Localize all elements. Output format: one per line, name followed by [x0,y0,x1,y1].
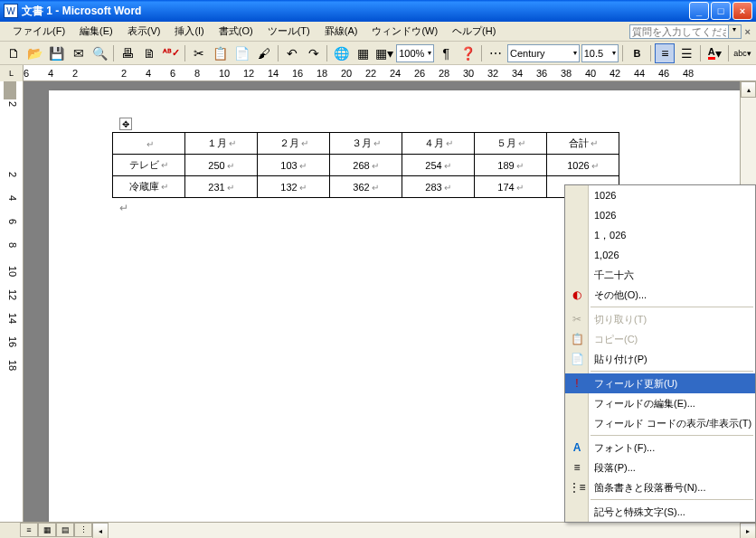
ctx-other[interactable]: ◐その他(O)... [565,285,755,305]
preview-icon[interactable]: 🗎 [139,43,159,63]
new-doc-icon[interactable]: 🗋 [4,43,24,63]
close-button[interactable]: × [732,2,752,20]
help-input[interactable] [629,24,729,39]
email-icon[interactable]: ✉ [69,43,89,63]
hyperlink-icon[interactable]: 🌐 [331,43,351,63]
print-view-icon[interactable]: ▤ [56,523,74,537]
horizontal-ruler[interactable]: 6422468101214161820222426283032343638404… [24,65,756,80]
menu-window[interactable]: ウィンドウ(W) [364,23,445,40]
menu-format[interactable]: 書式(O) [212,23,260,40]
font-combo[interactable]: Century▾ [507,44,580,62]
table-cell[interactable]: 283↵ [402,176,475,198]
horizontal-scrollbar[interactable]: ◂ ▸ [92,523,756,538]
table-cell[interactable]: ４月↵ [402,133,475,155]
open-icon[interactable]: 📂 [25,43,45,63]
separator [113,45,114,61]
table-cell[interactable]: 250↵ [185,155,258,176]
separator [591,435,753,436]
show-marks-icon[interactable]: ¶ [436,43,456,63]
spellcheck-icon[interactable]: ᴬᴮ✓ [161,43,181,63]
vertical-ruler[interactable]: 224681012141618 [0,81,24,522]
separator [650,45,651,61]
save-icon[interactable]: 💾 [47,43,67,63]
table-cell[interactable]: １月↵ [185,133,258,155]
menu-view[interactable]: 表示(V) [120,23,168,40]
bold-icon[interactable]: B [627,43,647,63]
help-close-icon[interactable]: × [745,26,751,37]
table-cell[interactable]: 189↵ [475,155,547,176]
ctx-suggestion-3[interactable]: 1，026 [565,225,755,245]
redo-icon[interactable]: ↷ [304,43,324,63]
table-move-handle[interactable]: ✥ [119,118,132,130]
cut-icon[interactable]: ✂ [189,43,209,63]
char-border-icon[interactable]: abc▾ [732,43,752,63]
menu-tools[interactable]: ツール(T) [260,23,317,40]
scroll-left-icon[interactable]: ◂ [92,523,109,538]
ctx-paragraph[interactable]: ≡段落(P)... [565,458,755,477]
minimize-button[interactable]: _ [689,2,709,20]
outline-view-icon[interactable]: ⋮ [74,523,92,537]
web-view-icon[interactable]: ▦ [38,523,56,537]
print-icon[interactable]: 🖶 [118,43,137,63]
table-cell[interactable]: 103↵ [258,155,330,176]
table-cell[interactable]: ↵ [113,133,185,155]
ctx-suggestion-4[interactable]: 1,026 [565,245,755,265]
font-color-icon[interactable]: A▾ [704,43,724,63]
maximize-button[interactable]: □ [711,2,731,20]
table-cell[interactable]: 362↵ [330,176,402,198]
menu-table[interactable]: 罫線(A) [317,23,365,40]
table-cell[interactable]: 231↵ [185,176,258,198]
help-icon[interactable]: ❓ [458,43,477,63]
distribute-icon[interactable]: ☰ [676,43,696,63]
ctx-suggestion-1[interactable]: 1026 [565,185,755,205]
tables-borders-icon[interactable]: ▦ [353,43,373,63]
undo-icon[interactable]: ↶ [282,43,302,63]
ctx-update-field[interactable]: !フィールド更新(U) [565,373,755,393]
ctx-toggle-codes[interactable]: フィールド コードの表示/非表示(T) [565,413,755,433]
ctx-suggestion-2[interactable]: 1026 [565,205,755,225]
align-left-icon[interactable]: ≡ [655,43,675,63]
separator [591,307,753,307]
menu-file[interactable]: ファイル(F) [5,23,72,40]
ctx-symbols[interactable]: 記号と特殊文字(S)... [565,502,755,522]
copy-icon[interactable]: 📋 [211,43,231,63]
zoom-value: 100% [399,48,424,59]
search-icon[interactable]: 🔍 [90,43,110,63]
paste-icon[interactable]: 📄 [232,43,252,63]
scroll-right-icon[interactable]: ▸ [740,523,756,538]
bottom-bar: ≡ ▦ ▤ ⋮ ◂ ▸ [0,522,756,538]
separator [728,45,729,61]
table-cell[interactable]: 254↵ [402,155,475,176]
ctx-bullets[interactable]: ⋮≡箇条書きと段落番号(N)... [565,477,755,497]
data-table[interactable]: ↵ １月↵ ２月↵ ３月↵ ４月↵ ５月↵ 合計↵ テレビ↵ 250↵ 103↵… [112,132,619,198]
ctx-paste[interactable]: 📄貼り付け(P) [565,349,755,369]
table-cell[interactable]: 174↵ [475,176,547,198]
insert-table-icon[interactable]: ▦▾ [374,43,394,63]
table-cell[interactable]: 268↵ [330,155,402,176]
ctx-edit-field[interactable]: フィールドの編集(E)... [565,393,755,413]
table-cell[interactable]: テレビ↵ [113,155,185,176]
table-cell[interactable]: ５月↵ [475,133,547,155]
table-cell[interactable]: 132↵ [258,176,330,198]
format-painter-icon[interactable]: 🖌 [254,43,274,63]
table-cell[interactable]: 冷蔵庫↵ [113,176,185,198]
zoom-combo[interactable]: 100%▾ [396,44,434,62]
table-cell[interactable]: 合計↵ [547,133,619,155]
more-icon[interactable]: ⋯ [486,43,506,63]
table-cell[interactable]: 1026↵ [547,155,619,176]
menu-help[interactable]: ヘルプ(H) [445,23,503,40]
size-combo[interactable]: 10.5▾ [581,44,619,62]
hscroll-track[interactable] [109,523,740,538]
view-buttons: ≡ ▦ ▤ ⋮ [20,523,92,538]
help-dropdown[interactable]: ▾ [729,24,742,39]
menu-edit[interactable]: 編集(E) [72,23,120,40]
word-app-icon: W [4,4,18,18]
scroll-up-icon[interactable]: ▴ [741,81,756,98]
normal-view-icon[interactable]: ≡ [20,523,38,537]
ctx-suggestion-5[interactable]: 千二十六 [565,265,755,285]
table-cell[interactable]: ３月↵ [330,133,402,155]
table-cell[interactable]: ２月↵ [258,133,330,155]
menu-insert[interactable]: 挿入(I) [167,23,211,40]
separator [278,45,279,61]
ctx-font[interactable]: Aフォント(F)... [565,438,755,458]
